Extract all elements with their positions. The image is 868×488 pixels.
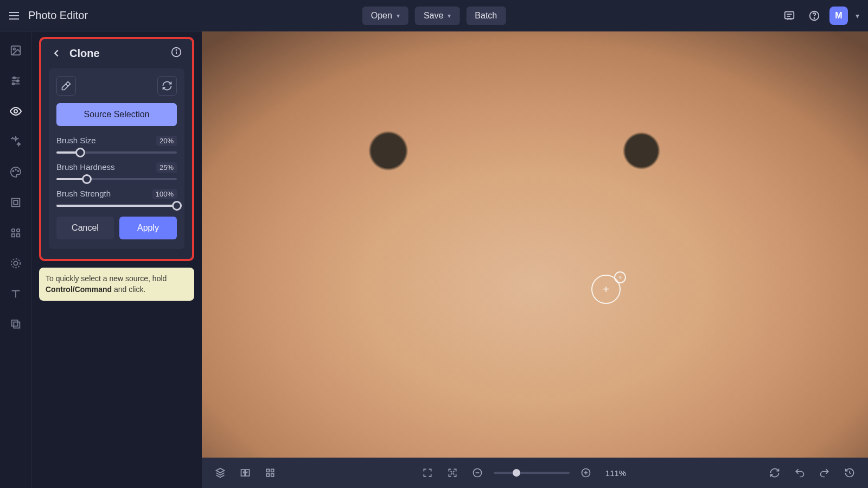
open-button[interactable]: Open▾ xyxy=(362,7,409,25)
svg-rect-3 xyxy=(785,11,794,18)
grid-icon[interactable] xyxy=(261,464,279,481)
clone-panel: Clone Source Selection Bru xyxy=(39,37,194,261)
refresh-icon[interactable] xyxy=(766,464,783,481)
chevron-down-icon[interactable]: ▾ xyxy=(853,11,861,20)
color-tool-icon[interactable] xyxy=(9,165,23,179)
brush-strength-slider: Brush Strength 100% xyxy=(56,189,177,207)
brush-hardness-track[interactable] xyxy=(56,178,177,180)
zoom-out-icon[interactable] xyxy=(469,464,486,481)
save-label: Save xyxy=(424,11,443,21)
svg-point-17 xyxy=(12,170,14,172)
brush-size-label: Brush Size xyxy=(56,136,96,146)
text-tool-icon[interactable] xyxy=(9,287,23,301)
help-icon[interactable] xyxy=(805,6,824,26)
hint-box: To quickly select a new source, hold Con… xyxy=(39,268,194,301)
brush-hardness-value[interactable]: 25% xyxy=(156,162,177,173)
svg-rect-25 xyxy=(16,234,20,237)
retouch-tool-icon[interactable] xyxy=(9,104,23,118)
back-icon[interactable] xyxy=(49,46,64,61)
top-bar: Photo Editor Open▾ Save▾ Batch M ▾ xyxy=(0,0,868,31)
svg-rect-36 xyxy=(271,469,274,472)
source-selection-button[interactable]: Source Selection xyxy=(56,103,177,126)
feedback-icon[interactable] xyxy=(780,6,799,26)
svg-point-32 xyxy=(176,50,176,50)
svg-rect-35 xyxy=(266,469,269,472)
menu-icon[interactable] xyxy=(7,8,22,23)
brush-strength-track[interactable] xyxy=(56,205,177,207)
svg-rect-38 xyxy=(271,474,274,477)
effects-tool-icon[interactable] xyxy=(9,135,23,149)
zoom-label: 111% xyxy=(605,468,626,478)
chevron-down-icon: ▾ xyxy=(448,12,451,20)
reset-icon[interactable] xyxy=(157,76,177,96)
svg-point-22 xyxy=(11,229,15,232)
svg-point-9 xyxy=(13,48,15,50)
brush-hardness-slider: Brush Hardness 25% xyxy=(56,162,177,180)
brush-strength-label: Brush Strength xyxy=(56,189,111,199)
apply-button[interactable]: Apply xyxy=(119,217,177,239)
layers-icon[interactable] xyxy=(212,464,229,481)
cancel-button[interactable]: Cancel xyxy=(56,217,114,239)
svg-point-19 xyxy=(17,170,18,172)
zoom-in-icon[interactable] xyxy=(577,464,595,481)
texture-tool-icon[interactable] xyxy=(9,256,23,270)
app-title: Photo Editor xyxy=(28,9,88,22)
redo-icon[interactable] xyxy=(816,464,833,481)
frame-tool-icon[interactable] xyxy=(9,195,23,210)
svg-rect-21 xyxy=(14,200,17,204)
tool-rail xyxy=(0,31,31,488)
svg-point-23 xyxy=(16,229,20,232)
fullscreen-icon[interactable] xyxy=(419,464,436,481)
canvas-area: 111% xyxy=(202,31,868,488)
side-panel: Clone Source Selection Bru xyxy=(31,31,202,488)
hint-pre: To quickly select a new source, hold xyxy=(46,274,167,283)
elements-tool-icon[interactable] xyxy=(9,226,23,240)
svg-point-26 xyxy=(11,259,20,268)
svg-point-18 xyxy=(15,169,16,170)
canvas-view[interactable] xyxy=(202,31,868,458)
hint-bold: Control/Command xyxy=(46,285,112,294)
brush-strength-value[interactable]: 100% xyxy=(152,189,177,199)
brush-size-slider: Brush Size 20% xyxy=(56,136,177,154)
svg-rect-24 xyxy=(11,234,15,237)
undo-icon[interactable] xyxy=(791,464,808,481)
svg-point-16 xyxy=(14,110,17,113)
clone-cursor-icon xyxy=(591,275,621,304)
brush-hardness-label: Brush Hardness xyxy=(56,162,115,173)
svg-rect-29 xyxy=(14,322,20,328)
brush-size-track[interactable] xyxy=(56,151,177,154)
batch-label: Batch xyxy=(475,11,497,21)
bottom-toolbar: 111% xyxy=(202,458,868,488)
svg-point-27 xyxy=(14,261,17,265)
eraser-icon[interactable] xyxy=(56,76,76,96)
info-icon[interactable] xyxy=(170,46,184,60)
image-tool-icon[interactable] xyxy=(9,43,23,58)
svg-rect-37 xyxy=(266,474,269,477)
brush-size-value[interactable]: 20% xyxy=(156,136,177,146)
overlay-tool-icon[interactable] xyxy=(9,317,23,331)
zoom-slider[interactable] xyxy=(494,472,570,474)
avatar[interactable]: M xyxy=(829,7,848,25)
open-label: Open xyxy=(371,11,392,21)
svg-rect-28 xyxy=(11,320,17,326)
batch-button[interactable]: Batch xyxy=(466,7,506,25)
svg-rect-20 xyxy=(11,199,20,207)
save-button[interactable]: Save▾ xyxy=(415,7,459,25)
fit-icon[interactable] xyxy=(444,464,461,481)
hint-post: and click. xyxy=(112,285,145,294)
compare-icon[interactable] xyxy=(237,464,254,481)
chevron-down-icon: ▾ xyxy=(397,12,400,20)
adjust-tool-icon[interactable] xyxy=(9,74,23,88)
history-icon[interactable] xyxy=(841,464,858,481)
svg-point-7 xyxy=(814,18,814,18)
panel-title: Clone xyxy=(69,47,100,60)
